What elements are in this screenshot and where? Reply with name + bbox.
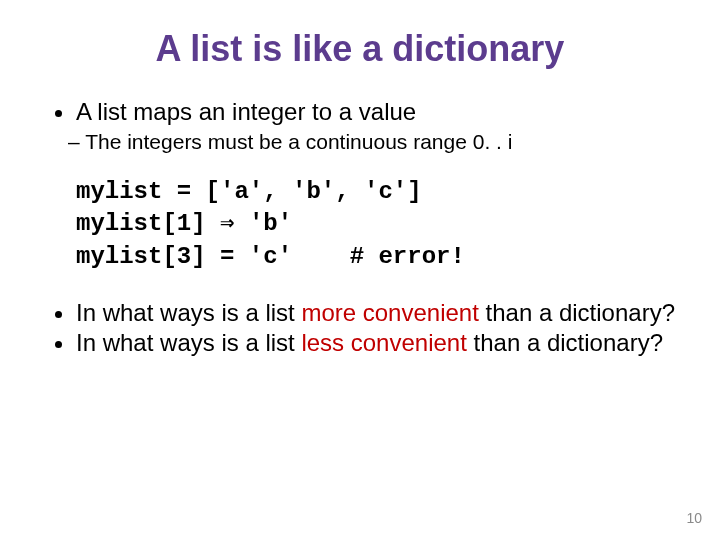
code-l3a: mylist[3] = 'c'	[76, 243, 350, 270]
q2a: In what ways is a list	[76, 329, 301, 356]
q2b: than a dictionary?	[467, 329, 663, 356]
code-line-1: mylist = ['a', 'b', 'c']	[76, 176, 680, 208]
q2-emph: less convenient	[301, 329, 466, 356]
question-2: In what ways is a list less convenient t…	[76, 329, 680, 357]
code-line-2: mylist[1] ⇒ 'b'	[76, 208, 680, 240]
slide: A list is like a dictionary A list maps …	[0, 0, 720, 540]
code-block: mylist = ['a', 'b', 'c'] mylist[1] ⇒ 'b'…	[76, 176, 680, 273]
page-number: 10	[686, 510, 702, 526]
question-1: In what ways is a list more convenient t…	[76, 299, 680, 327]
bullet-list-sub: The integers must be a continuous range …	[58, 130, 680, 154]
arrow-icon: ⇒	[220, 210, 234, 237]
code-l2a: mylist[1]	[76, 210, 220, 237]
q1a: In what ways is a list	[76, 299, 301, 326]
code-l2b: 'b'	[234, 210, 292, 237]
code-comment: # error!	[350, 243, 465, 270]
bullet-list-top: A list maps an integer to a value	[58, 98, 680, 126]
code-line-3: mylist[3] = 'c' # error!	[76, 241, 680, 273]
bullet-sub-1: The integers must be a continuous range …	[68, 130, 680, 154]
bullet-list-questions: In what ways is a list more convenient t…	[58, 299, 680, 357]
q1-emph: more convenient	[301, 299, 478, 326]
q1b: than a dictionary?	[479, 299, 675, 326]
slide-title: A list is like a dictionary	[40, 28, 680, 70]
bullet-main-1: A list maps an integer to a value	[76, 98, 680, 126]
